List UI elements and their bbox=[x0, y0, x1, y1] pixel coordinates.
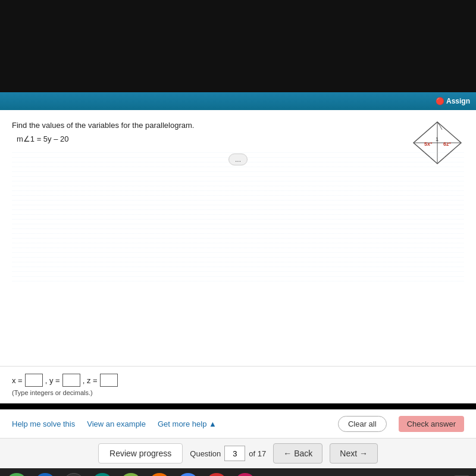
taskbar-icon-apps[interactable]: ⬛ bbox=[6, 473, 27, 476]
view-example-link[interactable]: View an example bbox=[87, 419, 146, 428]
bottom-toolbar: Help me solve this View an example Get m… bbox=[0, 409, 476, 438]
z-label: , z = bbox=[83, 376, 98, 385]
get-more-help-link[interactable]: Get more help ▲ bbox=[158, 419, 217, 428]
question-number-input[interactable] bbox=[224, 446, 245, 461]
question-label: Question bbox=[190, 449, 221, 458]
input-section: x = , y = , z = (Type integers or decima… bbox=[0, 366, 476, 403]
clear-all-button[interactable]: Clear all bbox=[338, 416, 387, 432]
assign-label: 🔴 Assign bbox=[436, 97, 470, 105]
x-input[interactable] bbox=[25, 374, 43, 387]
of-label: of 17 bbox=[249, 449, 266, 458]
y-input[interactable] bbox=[62, 374, 80, 387]
svg-text:1: 1 bbox=[436, 136, 439, 142]
taskbar-icon-heart[interactable]: ❤ bbox=[234, 473, 256, 476]
taskbar-icon-drive[interactable]: △ bbox=[149, 473, 170, 476]
y-label: , y = bbox=[45, 376, 60, 385]
x-label: x = bbox=[12, 376, 23, 385]
expand-button[interactable]: ... bbox=[228, 154, 248, 165]
svg-text:5x°: 5x° bbox=[424, 141, 433, 147]
input-row: x = , y = , z = bbox=[12, 374, 464, 387]
taskbar-icon-play[interactable]: ▶ bbox=[92, 473, 113, 476]
svg-text:6z°: 6z° bbox=[443, 141, 452, 147]
main-content: Find the values of the variables for the… bbox=[0, 110, 476, 366]
z-input[interactable] bbox=[100, 374, 118, 387]
taskbar: ⬛ D 🎮 ▶ ▦ △ ⬤ M ❤ ⬜ bbox=[0, 468, 476, 476]
help-me-solve-link[interactable]: Help me solve this bbox=[12, 419, 75, 428]
question-instruction: Find the values of the variables for the… bbox=[12, 121, 464, 130]
equation-line: m∠1 = 5y – 20 bbox=[17, 134, 464, 143]
taskbar-icon-gmail[interactable]: M bbox=[206, 473, 227, 476]
taskbar-icon-chrome[interactable]: ⬤ bbox=[177, 473, 199, 476]
back-button[interactable]: ← Back bbox=[273, 443, 322, 464]
taskbar-icon-game[interactable]: 🎮 bbox=[63, 473, 84, 476]
review-progress-button[interactable]: Review progress bbox=[98, 443, 183, 464]
header-bar: 🔴 Assign bbox=[0, 92, 476, 110]
content-body: ... bbox=[12, 151, 464, 281]
input-hint: (Type integers or decimals.) bbox=[12, 389, 464, 396]
top-black-area bbox=[0, 0, 476, 92]
question-counter: Question of 17 bbox=[190, 446, 266, 461]
next-button[interactable]: Next → bbox=[330, 443, 378, 464]
taskbar-icon-d[interactable]: D bbox=[35, 473, 56, 476]
check-answer-button[interactable]: Check answer bbox=[399, 416, 464, 432]
taskbar-icon-sheets[interactable]: ▦ bbox=[120, 473, 142, 476]
nav-bar: Review progress Question of 17 ← Back Ne… bbox=[0, 438, 476, 468]
